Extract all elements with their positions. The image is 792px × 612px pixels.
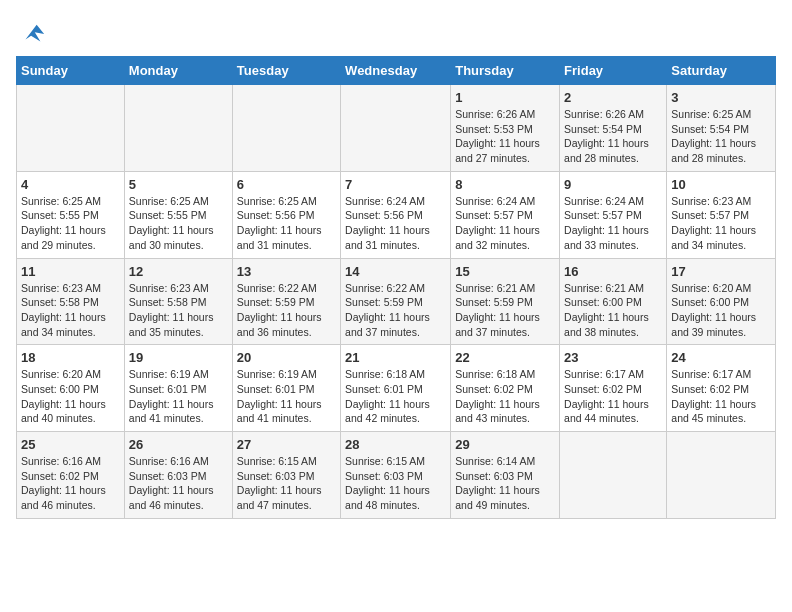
calendar-cell: 26Sunrise: 6:16 AM Sunset: 6:03 PM Dayli… <box>124 432 232 519</box>
day-number: 12 <box>129 264 228 279</box>
day-info: Sunrise: 6:18 AM Sunset: 6:02 PM Dayligh… <box>455 367 555 426</box>
day-number: 18 <box>21 350 120 365</box>
day-number: 2 <box>564 90 662 105</box>
calendar-cell: 11Sunrise: 6:23 AM Sunset: 5:58 PM Dayli… <box>17 258 125 345</box>
day-info: Sunrise: 6:25 AM Sunset: 5:54 PM Dayligh… <box>671 107 771 166</box>
day-info: Sunrise: 6:21 AM Sunset: 6:00 PM Dayligh… <box>564 281 662 340</box>
day-number: 13 <box>237 264 336 279</box>
calendar-header-row: SundayMondayTuesdayWednesdayThursdayFrid… <box>17 57 776 85</box>
day-info: Sunrise: 6:24 AM Sunset: 5:57 PM Dayligh… <box>564 194 662 253</box>
calendar-table: SundayMondayTuesdayWednesdayThursdayFrid… <box>16 56 776 519</box>
day-info: Sunrise: 6:15 AM Sunset: 6:03 PM Dayligh… <box>237 454 336 513</box>
day-number: 8 <box>455 177 555 192</box>
calendar-cell: 4Sunrise: 6:25 AM Sunset: 5:55 PM Daylig… <box>17 171 125 258</box>
day-info: Sunrise: 6:17 AM Sunset: 6:02 PM Dayligh… <box>671 367 771 426</box>
calendar-cell: 10Sunrise: 6:23 AM Sunset: 5:57 PM Dayli… <box>667 171 776 258</box>
day-number: 14 <box>345 264 446 279</box>
day-number: 23 <box>564 350 662 365</box>
calendar-cell: 20Sunrise: 6:19 AM Sunset: 6:01 PM Dayli… <box>232 345 340 432</box>
calendar-cell: 29Sunrise: 6:14 AM Sunset: 6:03 PM Dayli… <box>451 432 560 519</box>
day-info: Sunrise: 6:18 AM Sunset: 6:01 PM Dayligh… <box>345 367 446 426</box>
calendar-cell: 23Sunrise: 6:17 AM Sunset: 6:02 PM Dayli… <box>560 345 667 432</box>
calendar-cell <box>560 432 667 519</box>
calendar-cell: 8Sunrise: 6:24 AM Sunset: 5:57 PM Daylig… <box>451 171 560 258</box>
day-number: 29 <box>455 437 555 452</box>
calendar-cell: 21Sunrise: 6:18 AM Sunset: 6:01 PM Dayli… <box>341 345 451 432</box>
calendar-cell: 17Sunrise: 6:20 AM Sunset: 6:00 PM Dayli… <box>667 258 776 345</box>
header-saturday: Saturday <box>667 57 776 85</box>
day-number: 22 <box>455 350 555 365</box>
day-number: 27 <box>237 437 336 452</box>
calendar-week-row: 1Sunrise: 6:26 AM Sunset: 5:53 PM Daylig… <box>17 85 776 172</box>
day-info: Sunrise: 6:19 AM Sunset: 6:01 PM Dayligh… <box>237 367 336 426</box>
calendar-cell: 1Sunrise: 6:26 AM Sunset: 5:53 PM Daylig… <box>451 85 560 172</box>
calendar-cell: 16Sunrise: 6:21 AM Sunset: 6:00 PM Dayli… <box>560 258 667 345</box>
day-info: Sunrise: 6:20 AM Sunset: 6:00 PM Dayligh… <box>21 367 120 426</box>
calendar-week-row: 11Sunrise: 6:23 AM Sunset: 5:58 PM Dayli… <box>17 258 776 345</box>
calendar-cell: 15Sunrise: 6:21 AM Sunset: 5:59 PM Dayli… <box>451 258 560 345</box>
day-info: Sunrise: 6:21 AM Sunset: 5:59 PM Dayligh… <box>455 281 555 340</box>
day-info: Sunrise: 6:20 AM Sunset: 6:00 PM Dayligh… <box>671 281 771 340</box>
header-wednesday: Wednesday <box>341 57 451 85</box>
day-info: Sunrise: 6:19 AM Sunset: 6:01 PM Dayligh… <box>129 367 228 426</box>
calendar-cell: 2Sunrise: 6:26 AM Sunset: 5:54 PM Daylig… <box>560 85 667 172</box>
day-number: 1 <box>455 90 555 105</box>
calendar-cell: 9Sunrise: 6:24 AM Sunset: 5:57 PM Daylig… <box>560 171 667 258</box>
calendar-cell: 24Sunrise: 6:17 AM Sunset: 6:02 PM Dayli… <box>667 345 776 432</box>
day-number: 6 <box>237 177 336 192</box>
day-info: Sunrise: 6:25 AM Sunset: 5:55 PM Dayligh… <box>129 194 228 253</box>
day-number: 15 <box>455 264 555 279</box>
calendar-cell <box>17 85 125 172</box>
day-info: Sunrise: 6:15 AM Sunset: 6:03 PM Dayligh… <box>345 454 446 513</box>
header-monday: Monday <box>124 57 232 85</box>
day-number: 5 <box>129 177 228 192</box>
page-header <box>16 16 776 48</box>
day-info: Sunrise: 6:26 AM Sunset: 5:54 PM Dayligh… <box>564 107 662 166</box>
calendar-week-row: 25Sunrise: 6:16 AM Sunset: 6:02 PM Dayli… <box>17 432 776 519</box>
day-info: Sunrise: 6:22 AM Sunset: 5:59 PM Dayligh… <box>237 281 336 340</box>
day-number: 25 <box>21 437 120 452</box>
calendar-cell: 27Sunrise: 6:15 AM Sunset: 6:03 PM Dayli… <box>232 432 340 519</box>
calendar-cell: 19Sunrise: 6:19 AM Sunset: 6:01 PM Dayli… <box>124 345 232 432</box>
calendar-cell: 7Sunrise: 6:24 AM Sunset: 5:56 PM Daylig… <box>341 171 451 258</box>
day-info: Sunrise: 6:14 AM Sunset: 6:03 PM Dayligh… <box>455 454 555 513</box>
logo-bird-icon <box>18 20 46 48</box>
calendar-week-row: 4Sunrise: 6:25 AM Sunset: 5:55 PM Daylig… <box>17 171 776 258</box>
day-info: Sunrise: 6:22 AM Sunset: 5:59 PM Dayligh… <box>345 281 446 340</box>
day-number: 24 <box>671 350 771 365</box>
calendar-cell: 3Sunrise: 6:25 AM Sunset: 5:54 PM Daylig… <box>667 85 776 172</box>
day-info: Sunrise: 6:24 AM Sunset: 5:56 PM Dayligh… <box>345 194 446 253</box>
day-info: Sunrise: 6:25 AM Sunset: 5:56 PM Dayligh… <box>237 194 336 253</box>
day-number: 21 <box>345 350 446 365</box>
day-number: 16 <box>564 264 662 279</box>
day-info: Sunrise: 6:16 AM Sunset: 6:02 PM Dayligh… <box>21 454 120 513</box>
header-sunday: Sunday <box>17 57 125 85</box>
calendar-cell: 5Sunrise: 6:25 AM Sunset: 5:55 PM Daylig… <box>124 171 232 258</box>
day-number: 26 <box>129 437 228 452</box>
calendar-week-row: 18Sunrise: 6:20 AM Sunset: 6:00 PM Dayli… <box>17 345 776 432</box>
day-info: Sunrise: 6:23 AM Sunset: 5:57 PM Dayligh… <box>671 194 771 253</box>
day-info: Sunrise: 6:26 AM Sunset: 5:53 PM Dayligh… <box>455 107 555 166</box>
day-number: 11 <box>21 264 120 279</box>
day-info: Sunrise: 6:17 AM Sunset: 6:02 PM Dayligh… <box>564 367 662 426</box>
calendar-cell: 6Sunrise: 6:25 AM Sunset: 5:56 PM Daylig… <box>232 171 340 258</box>
calendar-cell <box>341 85 451 172</box>
logo <box>16 20 46 48</box>
calendar-cell: 28Sunrise: 6:15 AM Sunset: 6:03 PM Dayli… <box>341 432 451 519</box>
day-number: 19 <box>129 350 228 365</box>
day-info: Sunrise: 6:23 AM Sunset: 5:58 PM Dayligh… <box>21 281 120 340</box>
day-number: 20 <box>237 350 336 365</box>
day-number: 28 <box>345 437 446 452</box>
day-number: 7 <box>345 177 446 192</box>
day-number: 10 <box>671 177 771 192</box>
day-info: Sunrise: 6:25 AM Sunset: 5:55 PM Dayligh… <box>21 194 120 253</box>
day-info: Sunrise: 6:16 AM Sunset: 6:03 PM Dayligh… <box>129 454 228 513</box>
day-number: 3 <box>671 90 771 105</box>
header-thursday: Thursday <box>451 57 560 85</box>
day-number: 9 <box>564 177 662 192</box>
calendar-cell: 18Sunrise: 6:20 AM Sunset: 6:00 PM Dayli… <box>17 345 125 432</box>
day-info: Sunrise: 6:24 AM Sunset: 5:57 PM Dayligh… <box>455 194 555 253</box>
header-friday: Friday <box>560 57 667 85</box>
day-number: 4 <box>21 177 120 192</box>
calendar-cell: 25Sunrise: 6:16 AM Sunset: 6:02 PM Dayli… <box>17 432 125 519</box>
